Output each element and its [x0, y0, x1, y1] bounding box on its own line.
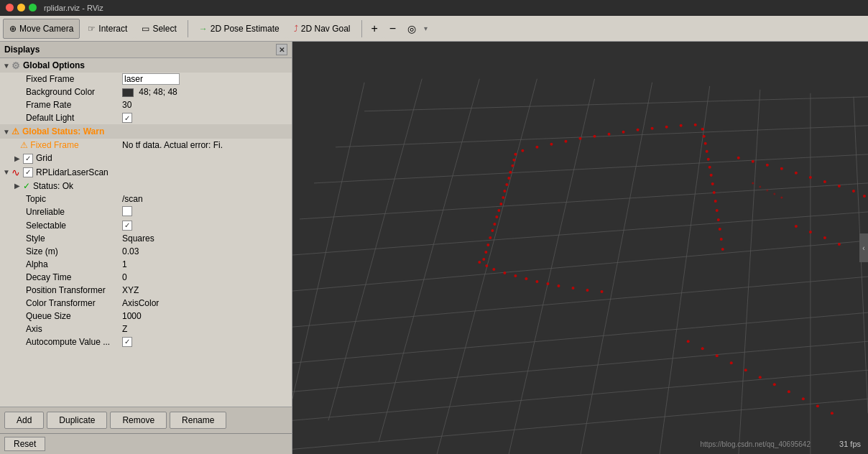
grid-row[interactable]: ▶ Grid [0, 152, 292, 165]
svg-point-37 [484, 251, 487, 254]
svg-point-40 [535, 146, 538, 149]
svg-point-89 [795, 225, 798, 228]
target-button[interactable]: ◎ [402, 19, 421, 39]
svg-point-107 [773, 193, 775, 195]
default-light-checkbox[interactable] [122, 113, 132, 123]
svg-point-45 [608, 133, 611, 136]
sidebar-header: Displays ✕ [0, 42, 292, 58]
svg-point-66 [721, 248, 724, 251]
axis-value[interactable]: Z [122, 324, 292, 334]
svg-point-26 [507, 177, 510, 180]
queue-size-value[interactable]: 1000 [122, 311, 292, 321]
global-options-label: Global Options [23, 60, 85, 70]
grid-label: Grid [36, 153, 52, 163]
window-controls[interactable] [6, 4, 37, 11]
decay-time-label: Decay Time [0, 272, 122, 282]
svg-point-96 [730, 361, 733, 364]
sidebar-title: Displays [4, 45, 40, 55]
queue-size-row: Queue Size 1000 [0, 310, 292, 323]
style-value[interactable]: Squares [122, 233, 292, 244]
minus-button[interactable]: − [384, 19, 401, 39]
svg-point-56 [707, 158, 710, 161]
position-transformer-label: Position Transformer [0, 285, 122, 295]
size-value[interactable]: 0.03 [122, 246, 292, 256]
svg-point-85 [823, 180, 826, 183]
rename-button[interactable]: Rename [170, 412, 226, 429]
plus-button[interactable]: + [366, 19, 383, 39]
rplidar-label: RPLidarLaserScan [36, 167, 108, 177]
minimize-button[interactable] [17, 4, 25, 11]
svg-point-94 [701, 347, 704, 350]
sidebar-content[interactable]: ▼ ⚙ Global Options Fixed Frame Backgroun… [0, 58, 292, 407]
rplidar-checkbox[interactable] [23, 167, 33, 177]
close-button[interactable] [6, 4, 14, 11]
nav-goal-button[interactable]: ⤴ 2D Nav Goal [287, 19, 357, 39]
selectable-row: Selectable [0, 219, 292, 232]
position-transformer-value[interactable]: XYZ [122, 285, 292, 295]
add-button[interactable]: Add [4, 412, 44, 429]
unreliable-checkbox[interactable] [122, 206, 132, 216]
color-swatch[interactable] [122, 88, 134, 97]
target-dropdown-arrow[interactable]: ▾ [424, 24, 428, 32]
default-light-value[interactable] [122, 113, 292, 124]
axis-row: Axis Z [0, 323, 292, 335]
svg-point-51 [694, 124, 697, 126]
status-ok-row[interactable]: ▶ ✓ Status: Ok [0, 180, 292, 193]
fixed-frame-value[interactable] [122, 73, 292, 85]
maximize-button[interactable] [29, 4, 37, 11]
svg-point-50 [680, 124, 683, 127]
duplicate-button[interactable]: Duplicate [47, 412, 107, 429]
position-transformer-row: Position Transformer XYZ [0, 284, 292, 297]
global-options-header[interactable]: ▼ ⚙ Global Options [0, 58, 292, 73]
rplidar-row[interactable]: ▼ ∿ RPLidarLaserScan [0, 165, 292, 180]
reset-button[interactable]: Reset [4, 437, 45, 451]
frame-rate-value[interactable]: 30 [122, 100, 292, 110]
color-transformer-value[interactable]: AxisColor [122, 298, 292, 308]
svg-point-57 [708, 166, 711, 169]
topic-label: Topic [0, 194, 122, 204]
background-color-value[interactable]: 48; 48; 48 [122, 87, 292, 97]
svg-point-65 [720, 238, 723, 241]
autocompute-checkbox[interactable] [122, 337, 132, 347]
svg-point-99 [773, 383, 776, 386]
svg-point-84 [809, 176, 812, 179]
svg-point-77 [586, 289, 589, 292]
queue-size-label: Queue Size [0, 311, 122, 321]
decay-time-value[interactable]: 0 [122, 272, 292, 282]
frame-rate-row: Frame Rate 30 [0, 98, 292, 111]
grid-checkbox[interactable] [23, 153, 33, 164]
unreliable-value[interactable] [122, 206, 292, 218]
sidebar-close-button[interactable]: ✕ [276, 44, 287, 55]
interact-button[interactable]: ☞ Interact [81, 19, 134, 39]
svg-point-105 [759, 185, 761, 187]
svg-point-98 [759, 376, 762, 379]
status-arrow: ▶ [14, 182, 23, 190]
fixed-frame-input[interactable] [122, 73, 180, 85]
select-button[interactable]: ▭ Select [135, 19, 183, 39]
selectable-checkbox[interactable] [122, 221, 132, 231]
move-camera-button[interactable]: ⊕ Move Camera [3, 19, 80, 39]
global-status-header[interactable]: ▼ ⚠ Global Status: Warn [0, 124, 292, 139]
nav-goal-icon: ⤴ [294, 24, 298, 34]
svg-point-24 [511, 165, 514, 167]
autocompute-value[interactable] [122, 336, 292, 347]
selectable-label: Selectable [0, 221, 122, 231]
topic-value[interactable]: /scan [122, 194, 292, 204]
collapse-handle[interactable]: ‹ [859, 233, 868, 262]
warn-icon: ⚠ [11, 126, 19, 136]
pose-estimate-button[interactable]: → 2D Pose Estimate [193, 19, 286, 39]
svg-point-31 [497, 209, 500, 212]
svg-point-38 [482, 258, 485, 261]
axis-label: Axis [0, 324, 122, 334]
svg-point-43 [578, 137, 581, 140]
rplidar-icon: ∿ [11, 167, 20, 178]
reset-bar: Reset [0, 433, 292, 454]
rplidar-arrow: ▼ [3, 168, 11, 176]
default-light-label: Default Light [0, 113, 122, 123]
alpha-value[interactable]: 1 [122, 259, 292, 269]
selectable-value[interactable] [122, 220, 292, 231]
svg-point-48 [651, 127, 654, 130]
remove-button[interactable]: Remove [110, 412, 167, 429]
svg-point-90 [809, 231, 812, 233]
viewport[interactable]: ‹ https://blog.csdn.net/qq_40695642 31 f… [292, 42, 868, 454]
